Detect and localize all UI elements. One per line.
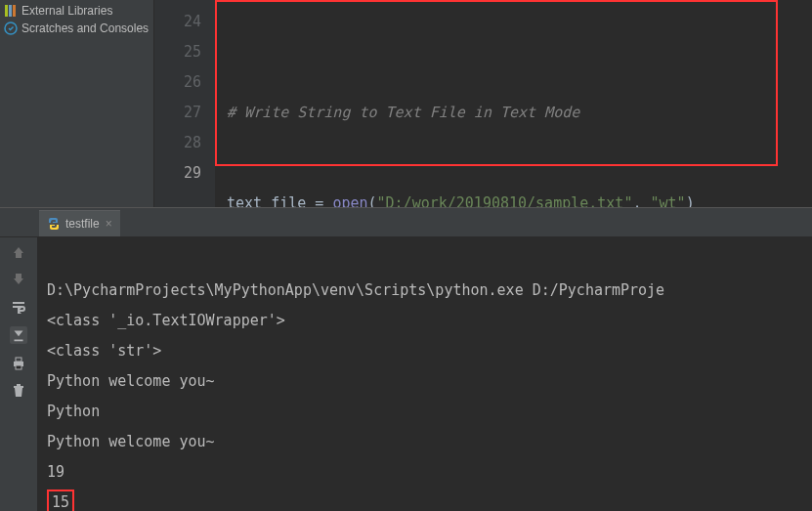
sidebar-item-scratches[interactable]: Scratches and Consoles: [0, 20, 153, 37]
svg-rect-2: [13, 5, 16, 17]
svg-rect-7: [16, 365, 21, 369]
paren: ): [686, 194, 695, 207]
top-section: External Libraries Scratches and Console…: [0, 0, 812, 207]
builtin-open: open: [332, 194, 367, 207]
run-tab[interactable]: testfile ×: [39, 210, 120, 236]
console-output[interactable]: D:\PycharmProjects\MyPythonApp\venv\Scri…: [37, 237, 812, 511]
library-icon: [4, 4, 18, 18]
line-number-current: 29: [154, 158, 201, 189]
gutter: 24 25 26 27 28 29: [154, 0, 215, 207]
svg-rect-6: [16, 358, 21, 362]
ide-window: External Libraries Scratches and Console…: [0, 0, 812, 511]
console-line: Python: [47, 403, 100, 420]
console-line-highlighted: 15: [47, 490, 74, 511]
assign-op: =: [306, 194, 332, 207]
project-sidebar[interactable]: External Libraries Scratches and Console…: [0, 0, 154, 207]
sidebar-item-external-libraries[interactable]: External Libraries: [0, 2, 153, 20]
console-line: Python welcome you~: [47, 372, 215, 390]
console-line: Python welcome you~: [47, 433, 215, 450]
paren: (: [368, 194, 377, 207]
soft-wrap-icon[interactable]: [11, 299, 26, 315]
console-line: 19: [47, 463, 64, 481]
line-number: 27: [154, 98, 201, 128]
scroll-to-end-icon[interactable]: [10, 326, 27, 344]
run-tab-label: testfile: [65, 217, 100, 231]
run-tool-window: testfile × D:\PycharmProjects\MyPythonAp…: [0, 207, 812, 511]
comma: ,: [632, 194, 650, 207]
run-tab-strip: testfile ×: [0, 208, 812, 237]
print-icon[interactable]: [11, 356, 26, 371]
arrow-up-icon[interactable]: [11, 244, 26, 260]
string-literal: "D:/work/20190810/sample.txt": [377, 194, 633, 207]
run-toolbar: [0, 237, 37, 511]
string-literal: "wt": [651, 194, 686, 207]
svg-rect-0: [5, 5, 8, 17]
variable: text_file: [227, 194, 306, 207]
line-number: 26: [154, 67, 201, 98]
line-number: 28: [154, 128, 201, 158]
trash-icon[interactable]: [11, 383, 26, 399]
sidebar-item-label: Scratches and Consoles: [21, 21, 149, 35]
scratches-icon: [4, 21, 18, 35]
svg-rect-1: [9, 5, 12, 17]
code-highlight-box: [215, 0, 778, 166]
code-line: text_file = open("D:/work/20190810/sampl…: [227, 189, 812, 207]
line-number: 24: [154, 7, 201, 37]
console-wrap: D:\PycharmProjects\MyPythonApp\venv\Scri…: [0, 237, 812, 511]
console-line: <class 'str'>: [47, 342, 161, 360]
console-line: <class '_io.TextIOWrapper'>: [47, 312, 285, 329]
editor-area[interactable]: 24 25 26 27 28 29 # Write String to Text…: [154, 0, 812, 207]
line-number: 25: [154, 37, 201, 67]
python-icon: [47, 217, 61, 231]
console-path: D:\PycharmProjects\MyPythonApp\venv\Scri…: [47, 281, 664, 299]
close-icon[interactable]: ×: [106, 217, 112, 231]
sidebar-item-label: External Libraries: [21, 4, 112, 18]
code-area[interactable]: # Write String to Text File in Text Mode…: [215, 0, 812, 207]
arrow-down-icon[interactable]: [11, 272, 26, 287]
